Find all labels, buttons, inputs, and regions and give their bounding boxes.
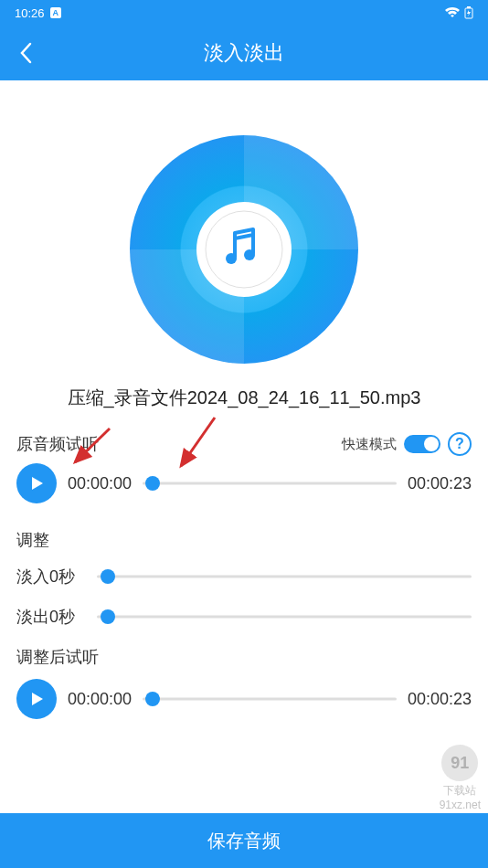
header: 淡入淡出	[0, 26, 488, 80]
svg-rect-1	[467, 6, 471, 8]
fast-mode-toggle[interactable]	[404, 435, 440, 453]
disc-artwork	[130, 135, 358, 364]
save-audio-label: 保存音频	[207, 829, 281, 853]
status-time: 10:26	[15, 6, 45, 20]
status-icons	[444, 6, 473, 19]
back-button[interactable]	[11, 38, 40, 68]
adjusted-section-label: 调整后试听	[16, 646, 472, 668]
save-audio-button[interactable]: 保存音频	[0, 813, 488, 868]
adjusted-progress-slider[interactable]	[143, 690, 397, 708]
fade-out-label: 淡出0秒	[16, 606, 86, 628]
fade-out-slider[interactable]	[97, 608, 472, 626]
original-section-label: 原音频试听	[16, 433, 99, 455]
svg-point-3	[196, 202, 292, 297]
original-progress-slider[interactable]	[143, 474, 397, 492]
adjusted-play-button[interactable]	[16, 679, 57, 719]
adjusted-player: 00:00:00 00:00:23	[16, 679, 472, 719]
status-badge: A	[50, 7, 62, 18]
status-bar: 10:26 A	[0, 0, 488, 26]
original-player: 00:00:00 00:00:23	[16, 463, 472, 503]
original-play-button[interactable]	[16, 463, 57, 503]
disc-container	[16, 80, 472, 386]
fade-in-slider[interactable]	[97, 567, 472, 586]
adjusted-current-time: 00:00:00	[68, 690, 132, 709]
original-current-time: 00:00:00	[68, 474, 132, 493]
adjusted-total-time: 00:00:23	[408, 690, 472, 709]
watermark: 91 下载站 91xz.net	[440, 745, 481, 811]
svg-point-6	[244, 249, 255, 260]
filename: 压缩_录音文件2024_08_24_16_11_50.mp3	[16, 386, 472, 410]
original-total-time: 00:00:23	[408, 474, 472, 493]
fade-in-label: 淡入0秒	[16, 566, 86, 587]
page-title: 淡入淡出	[204, 39, 284, 67]
svg-point-5	[226, 253, 237, 264]
adjust-section-title: 调整	[16, 529, 472, 551]
help-button[interactable]: ?	[448, 432, 472, 456]
fast-mode-label: 快速模式	[342, 436, 397, 453]
